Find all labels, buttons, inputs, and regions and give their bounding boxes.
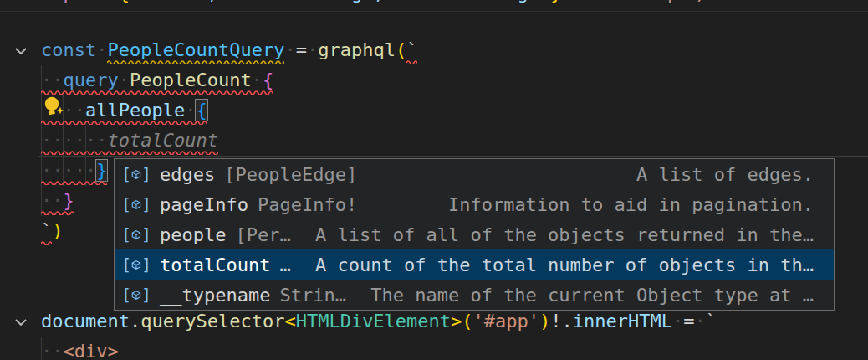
code-token: · bbox=[539, 0, 550, 3]
code-line[interactable]: ··<div> bbox=[41, 337, 119, 360]
code-token: · bbox=[695, 311, 706, 332]
code-line[interactable]: ······totalCount bbox=[41, 126, 218, 156]
warning-squiggle-range: PeopleCountQuery bbox=[107, 35, 284, 65]
suggest-label: pageInfo bbox=[160, 194, 248, 215]
code-token: ) bbox=[52, 220, 63, 241]
suggest-item-pageinfo[interactable]: pageInfo PageInfo! Information to aid in… bbox=[115, 189, 834, 219]
code-token: graphql bbox=[318, 39, 396, 60]
code-token: · bbox=[672, 311, 683, 332]
fold-chevron-icon[interactable] bbox=[13, 43, 29, 59]
code-token: < bbox=[284, 311, 295, 332]
code-token: ····· bbox=[41, 160, 96, 181]
code-token: ( bbox=[396, 39, 406, 60]
code-token: querySelector bbox=[140, 311, 284, 332]
suggest-label: __typename bbox=[160, 285, 270, 306]
error-squiggle-range: ··query·PeopleCount·{ bbox=[41, 65, 273, 95]
code-token: · bbox=[218, 0, 229, 3]
suggest-detail: [Per… bbox=[235, 224, 290, 245]
code-token: · bbox=[130, 0, 140, 3]
fold-chevron-icon[interactable] bbox=[13, 314, 29, 331]
code-token: query bbox=[64, 69, 119, 90]
suggest-detail: PageInfo! bbox=[258, 194, 357, 215]
code-token: ` bbox=[41, 220, 52, 241]
code-token: . bbox=[130, 311, 140, 332]
code-token: · bbox=[284, 39, 295, 60]
code-editor: import·{·Client,·cacheExchange,·fetchExc… bbox=[0, 0, 868, 360]
symbol-field-icon bbox=[121, 224, 151, 244]
error-squiggle-range: ······totalCount bbox=[41, 126, 218, 156]
error-squiggle-range: ··} bbox=[41, 186, 74, 216]
code-token: ·· bbox=[41, 341, 64, 360]
code-token: } bbox=[550, 0, 561, 3]
suggest-widget: edges [PeopleEdge] A list of edges. page… bbox=[114, 158, 835, 311]
code-token: document bbox=[41, 311, 130, 332]
suggest-label: edges bbox=[160, 164, 215, 185]
code-token: ·· bbox=[41, 69, 64, 90]
suggest-description: Information to aid in pagination. bbox=[448, 194, 814, 215]
symbol-field-icon bbox=[121, 164, 151, 184]
code-token: 'urql'; bbox=[628, 0, 706, 3]
sticky-scroll-border bbox=[0, 11, 868, 12]
suggest-item-edges[interactable]: edges [PeopleEdge] A list of edges. bbox=[115, 159, 834, 189]
code-token: · bbox=[107, 0, 118, 3]
suggest-item-totalcount[interactable]: totalCount … A count of the total number… bbox=[115, 249, 834, 280]
code-token: '#app' bbox=[473, 311, 539, 332]
code-line[interactable]: `) bbox=[41, 216, 64, 246]
code-token: · bbox=[96, 39, 107, 60]
code-token: totalCount bbox=[107, 130, 217, 151]
suggest-description: The name of the current Object type at … bbox=[370, 285, 814, 306]
suggest-label: totalCount bbox=[160, 255, 270, 275]
error-squiggle-range: ` bbox=[41, 216, 52, 246]
symbol-field-icon bbox=[121, 194, 151, 214]
code-token: · bbox=[307, 39, 318, 60]
code-token: PeopleCount bbox=[130, 69, 252, 90]
code-token: { bbox=[196, 100, 207, 121]
code-token: ` bbox=[406, 39, 417, 60]
code-token: > bbox=[451, 311, 462, 332]
suggest-detail: Strin… bbox=[279, 285, 345, 306]
code-token: fetchExchange bbox=[396, 0, 539, 3]
suggest-item-people[interactable]: people [Per… A list of all of the object… bbox=[115, 219, 834, 249]
code-token: allPeople bbox=[85, 100, 185, 121]
code-token: ( bbox=[462, 311, 472, 332]
lightbulb-icon[interactable] bbox=[42, 95, 67, 120]
code-token: ` bbox=[706, 311, 717, 332]
suggest-description: A count of the total number of objects i… bbox=[315, 255, 814, 275]
code-token: import bbox=[41, 0, 107, 3]
suggest-item-typename[interactable]: __typename Strin… The name of the curren… bbox=[115, 280, 834, 310]
code-token: Client, bbox=[140, 0, 218, 3]
suggest-detail: [PeopleEdge] bbox=[224, 164, 357, 185]
code-line[interactable]: ··} bbox=[41, 186, 74, 216]
code-token: · bbox=[119, 69, 130, 90]
code-token: } bbox=[96, 160, 107, 181]
code-token: · bbox=[385, 0, 396, 3]
code-token: ) bbox=[539, 311, 550, 332]
code-token: { bbox=[263, 69, 273, 90]
code-token: innerHTML bbox=[573, 311, 672, 332]
code-token: = bbox=[296, 39, 307, 60]
code-token: . bbox=[562, 311, 573, 332]
suggest-detail: … bbox=[279, 255, 290, 275]
code-token: cacheExchange, bbox=[229, 0, 384, 3]
symbol-field-icon bbox=[121, 255, 151, 275]
code-token: · bbox=[185, 100, 196, 121]
code-token: } bbox=[64, 190, 74, 211]
code-token: ! bbox=[550, 311, 561, 332]
code-token: · bbox=[562, 0, 573, 3]
error-squiggle-range: ` bbox=[406, 35, 417, 65]
code-token: from bbox=[573, 0, 617, 3]
code-line[interactable]: const·PeopleCountQuery·=·graphql(` bbox=[41, 35, 417, 65]
error-squiggle-range: ·····} bbox=[41, 156, 107, 186]
code-token: <div> bbox=[64, 341, 119, 360]
suggest-description: A list of edges. bbox=[636, 164, 814, 185]
code-line[interactable]: document.querySelector<HTMLDivElement>('… bbox=[41, 306, 717, 337]
code-line[interactable]: ··query·PeopleCount·{ bbox=[41, 65, 273, 95]
code-token: ······ bbox=[41, 130, 107, 151]
code-line[interactable]: import·{·Client,·cacheExchange,·fetchExc… bbox=[41, 0, 706, 8]
code-token: = bbox=[683, 311, 694, 332]
code-line[interactable]: ·····} bbox=[41, 156, 107, 186]
suggest-label: people bbox=[160, 224, 226, 245]
symbol-field-icon bbox=[121, 285, 151, 305]
code-token: · bbox=[617, 0, 628, 3]
suggest-description: A list of all of the objects returned in… bbox=[315, 224, 814, 245]
